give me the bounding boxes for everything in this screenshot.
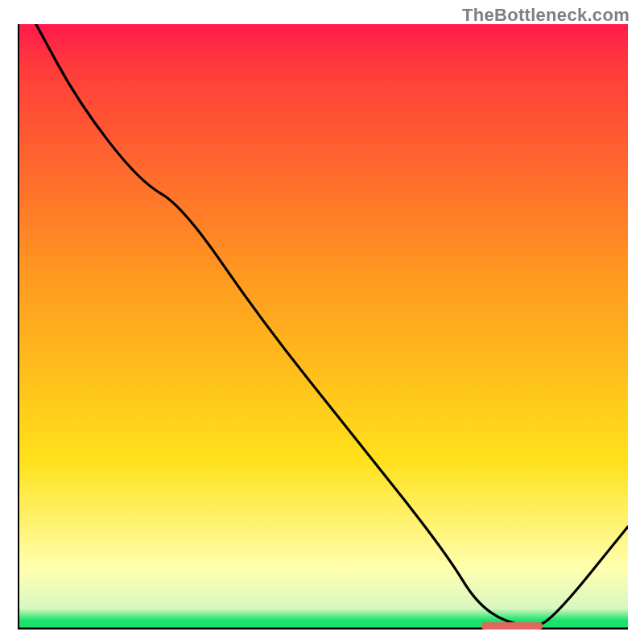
optimum-marker [481,622,543,630]
watermark-text: TheBottleneck.com [462,5,630,26]
curve-layer [18,24,628,630]
plot-area [18,24,628,630]
chart-container: TheBottleneck.com [0,0,644,644]
bottleneck-curve [36,24,628,625]
